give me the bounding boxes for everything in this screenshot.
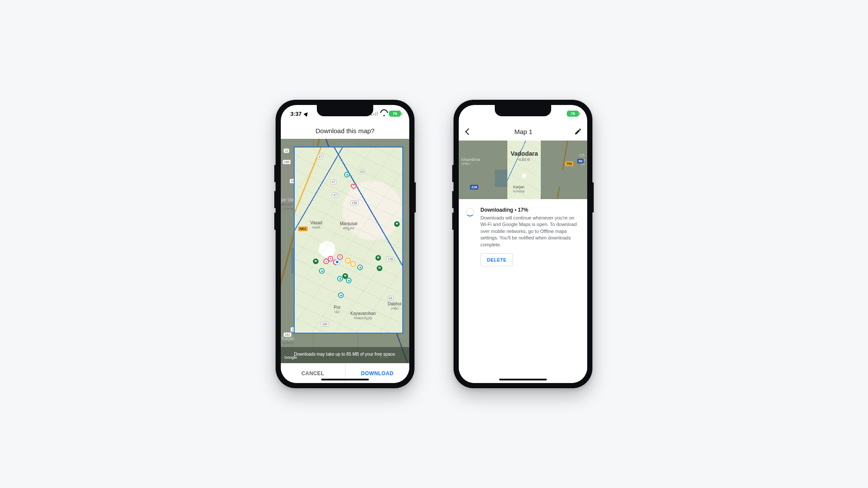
map-label-vasad: Vasad વાસદ [310, 220, 322, 230]
saved-pin-icon[interactable] [350, 261, 356, 267]
route-badge: 160 [321, 322, 329, 327]
back-button[interactable] [464, 127, 473, 136]
flag-pin-icon[interactable] [377, 265, 382, 271]
map-preview-banner[interactable]: Khambhat ખંભાત Ch Ud છો 228 756 56 Vadod… [459, 141, 587, 199]
flag-pin-icon[interactable] [394, 221, 400, 227]
google-watermark: Google [284, 355, 297, 360]
route-badge: 63 [388, 296, 394, 301]
download-status-row: Downloading • 17% Downloads will continu… [466, 207, 580, 266]
saved-pin-icon[interactable] [328, 256, 333, 262]
download-status-description: Downloads will continue whenever you're … [480, 215, 580, 248]
detail-body: Downloading • 17% Downloads will continu… [459, 199, 587, 383]
location-services-icon [303, 111, 309, 116]
battery-pct: 76 [567, 111, 579, 117]
wifi-icon [381, 111, 387, 116]
battery-pct: 76 [389, 111, 401, 117]
phone-left: 3:37 76 Download this map? [276, 100, 414, 388]
favorite-pin-icon[interactable] [350, 183, 357, 190]
route-badge: 188 [283, 160, 291, 164]
map-viewport[interactable]: sagar Van ehrakhadi ાદ, વરાખાડી Karjan ક… [281, 139, 409, 363]
notch [317, 105, 373, 116]
route-badge: 12 [283, 148, 289, 153]
detail-header: Map 1 [459, 122, 587, 141]
map-label-manjusar: Manjusar મંજુસર [340, 221, 358, 231]
home-indicator [321, 379, 369, 380]
battery-indicator: 76 [389, 111, 402, 117]
download-status-text: Downloading • 17% Downloads will continu… [480, 207, 580, 266]
page-title: Map 1 [473, 128, 574, 135]
status-right: 76 [371, 111, 402, 117]
status-time: 3:37 [290, 111, 302, 117]
delete-button[interactable]: DELETE [480, 253, 513, 266]
saved-pin-icon[interactable] [345, 258, 351, 263]
page-title: Download this map? [281, 122, 409, 139]
spinner-icon [466, 208, 474, 216]
map-label-por: Por પોર [334, 305, 341, 314]
flag-pin-icon[interactable] [375, 255, 381, 261]
notch [495, 105, 551, 116]
map-label-khambhat: Khambhat ખંભાત [461, 157, 480, 166]
selected-region: Vadodara વડોદરા Karjan કરજણ [507, 141, 541, 199]
status-left: 3:37 [290, 111, 309, 117]
highway-shield: 756 [565, 161, 573, 166]
route-badge: 158 [386, 257, 395, 262]
edit-button[interactable] [574, 128, 582, 135]
saved-pin-icon[interactable] [346, 278, 352, 283]
saved-pin-icon[interactable] [338, 292, 344, 298]
screen-map-detail: 76 Map 1 Khambhat ખંભાત [459, 105, 587, 383]
home-indicator [499, 379, 547, 380]
status-right: 76 [567, 111, 580, 117]
map-label-karjan: Karjan કરજણ [513, 185, 525, 194]
saved-pin-icon[interactable] [337, 276, 343, 282]
route-badge: 161 [283, 332, 292, 337]
battery-indicator: 76 [567, 111, 580, 117]
current-location-icon [335, 259, 340, 265]
route-badge: 63 [359, 169, 365, 174]
saved-pin-icon[interactable] [357, 265, 363, 270]
saved-pin-icon[interactable] [337, 254, 343, 260]
route-badge: 47 [332, 193, 338, 197]
highway-shield: 228 [470, 185, 478, 190]
map-label-kayavarohan: Kayavarohan કાયાવરોહણ [350, 311, 376, 321]
screen-download-map: 3:37 76 Download this map? [281, 105, 409, 383]
download-size-hint: Downloads may take up to 85 MB of your f… [281, 347, 409, 364]
highway-shield-ne1: NE1 [298, 226, 308, 231]
map-label-vadodara: Vadodara વડોદરા [507, 150, 541, 162]
download-status-title: Downloading • 17% [480, 207, 580, 213]
flag-pin-icon[interactable] [313, 259, 319, 264]
route-badge: 47 [330, 180, 336, 184]
device-showcase: 3:37 76 Download this map? [0, 0, 868, 488]
saved-pin-icon[interactable] [344, 172, 350, 177]
saved-pin-icon[interactable] [319, 268, 325, 274]
map-label-dabhoi: Dabhoi ડભોઇ [388, 301, 401, 311]
map-label-karjan: Karjan કરજણ [282, 336, 294, 346]
route-badge: 158 [350, 200, 358, 205]
route-badge: 47 [317, 154, 323, 159]
phone-right: 76 Map 1 Khambhat ખંભાત [454, 100, 592, 388]
highway-shield: 56 [577, 159, 584, 164]
download-area-selector[interactable]: NE1 Vasad વાસદ Manjusar મંજુસર Por પોર [294, 147, 403, 334]
